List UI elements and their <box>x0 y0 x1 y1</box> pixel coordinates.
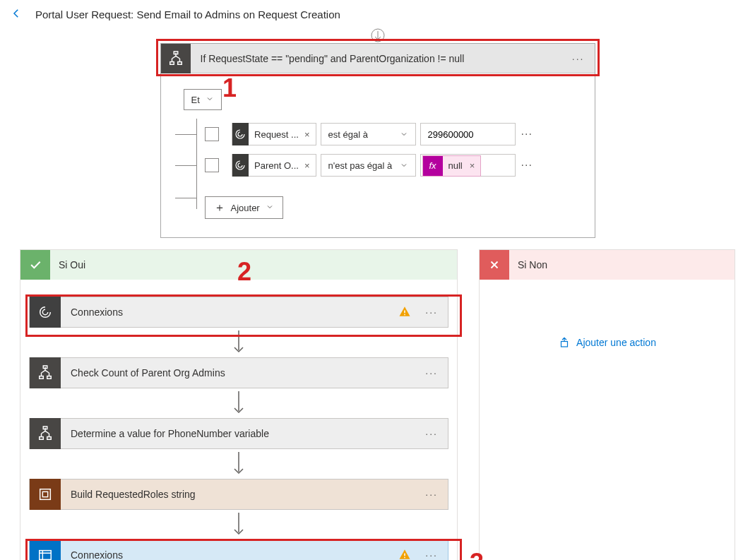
remove-token-icon[interactable]: × <box>470 160 481 171</box>
svg-rect-9 <box>40 437 44 440</box>
flow-arrow-icon <box>29 328 448 357</box>
step-icon <box>30 540 61 560</box>
expression-token[interactable]: fx null × <box>422 155 482 177</box>
add-action-label: Ajouter une action <box>576 337 656 348</box>
svg-rect-6 <box>40 376 44 379</box>
page-title: Portal User Request: Send Email to Admin… <box>35 8 340 20</box>
plus-icon: ＋ <box>214 201 225 215</box>
flow-step[interactable]: Check Count of Parent Org Admins ··· <box>29 357 448 388</box>
flow-step[interactable]: Connexions ··· <box>29 540 448 560</box>
row-checkbox[interactable] <box>205 127 219 141</box>
branch-no-title: Si Non <box>509 259 547 270</box>
row-menu-icon[interactable]: ··· <box>516 159 538 172</box>
row-menu-icon[interactable]: ··· <box>516 128 538 141</box>
operator-label: n'est pas égal à <box>328 160 393 171</box>
step-icon <box>30 357 61 388</box>
branch-yes-header[interactable]: Si Oui <box>20 250 457 280</box>
svg-rect-10 <box>47 437 52 440</box>
warning-icon <box>398 548 415 561</box>
step-icon <box>30 297 61 328</box>
branch-yes: Si Oui Connexions ··· Check Count of Par… <box>20 249 458 560</box>
value-input[interactable] <box>420 123 516 145</box>
add-action-button[interactable]: Ajouter une action <box>480 280 735 366</box>
dataverse-swirl-icon <box>232 123 249 145</box>
flow-arrow-icon <box>29 449 448 479</box>
check-icon <box>20 250 50 280</box>
add-condition-button[interactable]: ＋ Ajouter <box>205 196 283 219</box>
step-title: Check Count of Parent Org Admins <box>61 367 415 379</box>
group-operator-label: Et <box>191 95 200 105</box>
chevron-down-icon <box>266 203 274 213</box>
svg-rect-7 <box>47 376 52 379</box>
operator-select[interactable]: n'est pas égal à <box>321 154 416 177</box>
condition-header[interactable]: If RequestState == "pending" and ParentO… <box>161 44 595 73</box>
value-input[interactable]: fx null × <box>420 154 516 177</box>
condition-row: Request ... × est égal à ··· <box>188 123 572 145</box>
chevron-down-icon <box>206 95 214 105</box>
svg-rect-4 <box>405 310 406 313</box>
close-icon <box>480 250 509 280</box>
svg-rect-2 <box>177 61 182 64</box>
svg-rect-5 <box>405 314 406 315</box>
svg-rect-16 <box>405 556 406 558</box>
row-checkbox[interactable] <box>205 158 219 172</box>
operator-label: est égal à <box>328 129 368 140</box>
flow-arrow-icon <box>29 388 448 418</box>
step-icon <box>30 418 61 449</box>
flow-step[interactable]: Determine a value for PhoneNumber variab… <box>29 418 448 449</box>
condition-title: If RequestState == "pending" and ParentO… <box>191 53 562 64</box>
operator-select[interactable]: est égal à <box>321 123 416 145</box>
remove-token-icon[interactable]: × <box>304 160 316 171</box>
condition-body: Et Request <box>161 73 595 237</box>
svg-rect-13 <box>42 492 47 496</box>
dataverse-swirl-icon <box>232 154 249 177</box>
svg-rect-14 <box>40 551 52 560</box>
step-title: Connexions <box>61 549 398 560</box>
flow-step[interactable]: Connexions ··· <box>29 297 448 328</box>
step-title: Connexions <box>61 306 398 318</box>
step-menu-icon[interactable]: ··· <box>415 367 448 379</box>
remove-token-icon[interactable]: × <box>304 129 316 140</box>
svg-rect-17 <box>561 342 568 347</box>
step-menu-icon[interactable]: ··· <box>415 549 448 560</box>
step-title: Determine a value for PhoneNumber variab… <box>61 428 415 439</box>
add-action-icon <box>558 336 571 349</box>
operand-label: Request ... <box>249 129 304 140</box>
step-menu-icon[interactable]: ··· <box>415 428 448 439</box>
svg-rect-1 <box>170 61 174 64</box>
condition-card[interactable]: If RequestState == "pending" and ParentO… <box>160 43 595 238</box>
step-icon <box>30 479 61 510</box>
svg-rect-15 <box>405 553 406 556</box>
expression-label: null <box>443 160 470 171</box>
flow-arrow-icon <box>29 510 448 540</box>
add-label: Ajouter <box>231 203 260 213</box>
fx-icon: fx <box>423 156 443 176</box>
step-menu-icon[interactable]: ··· <box>415 489 448 500</box>
page-header: Portal User Request: Send Email to Admin… <box>0 0 755 29</box>
condition-icon <box>161 44 191 73</box>
operand-token[interactable]: Parent O... × <box>232 154 316 177</box>
back-arrow-icon[interactable] <box>10 7 23 22</box>
condition-menu-icon[interactable]: ··· <box>562 53 595 64</box>
flow-step[interactable]: Build RequestedRoles string ··· <box>29 479 448 510</box>
svg-rect-12 <box>40 489 51 500</box>
group-operator-select[interactable]: Et <box>184 89 222 110</box>
warning-icon <box>398 305 415 320</box>
step-menu-icon[interactable]: ··· <box>415 306 448 318</box>
operand-token[interactable]: Request ... × <box>232 123 316 145</box>
branch-no: Si Non Ajouter une action <box>479 249 735 560</box>
add-row-container: ＋ Ajouter <box>188 186 572 219</box>
condition-row: Parent O... × n'est pas égal à fx null × <box>188 154 572 177</box>
branch-yes-title: Si Oui <box>50 259 85 270</box>
branch-no-header[interactable]: Si Non <box>480 250 735 280</box>
step-title: Build RequestedRoles string <box>61 489 415 500</box>
operand-label: Parent O... <box>249 160 304 171</box>
